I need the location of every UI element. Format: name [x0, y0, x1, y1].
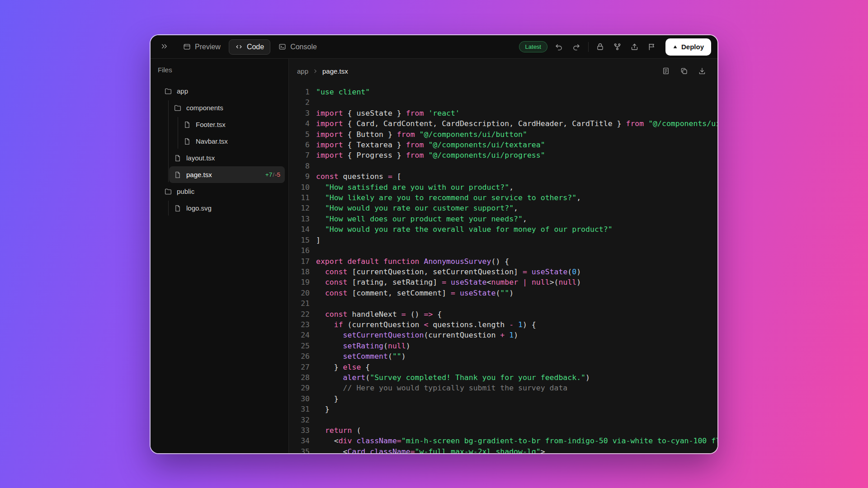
tab-code[interactable]: Code: [229, 39, 270, 55]
code-text: "use client": [314, 87, 370, 97]
code-text: } else {: [314, 362, 370, 372]
code-text: "How well does our product meet your nee…: [314, 214, 527, 224]
deploy-label: Deploy: [681, 43, 704, 51]
download-icon: [698, 67, 706, 75]
code-line: 8: [289, 161, 717, 171]
share-button[interactable]: [627, 40, 642, 54]
line-number: 1: [289, 87, 314, 97]
code-line: 30 }: [289, 394, 717, 404]
code-text: const [rating, setRating] = useState<num…: [314, 277, 581, 287]
line-number: 17: [289, 256, 314, 267]
code-line: 6import { Textarea } from "@/components/…: [289, 140, 717, 150]
code-text: }: [314, 394, 339, 404]
code-line: 17export default function AnonymousSurve…: [289, 256, 717, 267]
triangle-up-icon: [673, 44, 678, 49]
code-line: 4import { Card, CardContent, CardDescrip…: [289, 118, 717, 129]
line-number: 27: [289, 362, 314, 372]
diff-stats: +7/-5: [265, 171, 280, 178]
code-text: }: [314, 404, 330, 414]
code-line: 27 } else {: [289, 362, 717, 372]
code-editor[interactable]: 1"use client"23import { useState } from …: [289, 83, 717, 453]
collapse-panel-button[interactable]: [157, 40, 171, 54]
tree-item-app[interactable]: app: [160, 83, 285, 99]
file-icon: [174, 204, 182, 212]
indent-guide: [168, 201, 169, 216]
code-line: 12 "How would you rate our customer supp…: [289, 203, 717, 213]
files-sidebar: Files appcomponentsFooter.tsxNavbar.tsxl…: [151, 59, 289, 453]
file-icon: [183, 121, 191, 129]
line-number: 19: [289, 277, 314, 287]
code-line: 7import { Progress } from "@/components/…: [289, 150, 717, 160]
deploy-button[interactable]: Deploy: [665, 38, 711, 56]
code-text: "How would you rate the overall value fo…: [314, 224, 613, 235]
line-number: 20: [289, 288, 314, 298]
download-button[interactable]: [695, 64, 709, 78]
line-number: 16: [289, 245, 314, 256]
code-text: import { Textarea } from "@/components/u…: [314, 140, 545, 150]
tree-item-components[interactable]: components: [169, 99, 285, 116]
file-tree: appcomponentsFooter.tsxNavbar.tsxlayout.…: [156, 83, 285, 216]
document-button[interactable]: [659, 64, 673, 78]
code-line: 23 if (currentQuestion < questions.lengt…: [289, 319, 717, 330]
code-line: 35 <Card className="w-full max-w-2xl sha…: [289, 446, 717, 453]
tree-item-layout-tsx[interactable]: layout.tsx: [169, 150, 285, 166]
code-text: return (: [314, 425, 361, 436]
code-text: import { Progress } from "@/components/u…: [314, 150, 545, 160]
desktop-background: PreviewCodeConsole Latest Deploy Files: [0, 0, 868, 488]
code-line: 13 "How well does our product meet your …: [289, 214, 717, 224]
tree-item-navbar-tsx[interactable]: Navbar.tsx: [179, 133, 285, 150]
version-badge[interactable]: Latest: [519, 41, 547, 52]
tree-item-page-tsx[interactable]: page.tsx+7/-5: [169, 166, 285, 183]
code-text: [314, 97, 316, 108]
breadcrumb-folder[interactable]: app: [297, 67, 308, 75]
line-number: 15: [289, 235, 314, 245]
code-icon: [235, 43, 243, 51]
tree-item-label: public: [177, 188, 194, 195]
redo-button[interactable]: [569, 40, 584, 54]
tree-item-label: app: [177, 87, 188, 95]
code-text: setRating(null): [314, 341, 410, 351]
code-text: import { useState } from 'react': [314, 108, 460, 118]
toolbar-divider: [588, 42, 589, 52]
line-number: 8: [289, 161, 314, 171]
code-text: ]: [314, 235, 321, 245]
code-text: [314, 161, 316, 171]
file-icon: [174, 171, 182, 179]
tree-item-logo-svg[interactable]: logo.svg: [169, 200, 285, 216]
tab-preview[interactable]: Preview: [177, 39, 227, 55]
window-body: Files appcomponentsFooter.tsxNavbar.tsxl…: [151, 59, 717, 453]
view-tabs: PreviewCodeConsole: [177, 39, 323, 55]
line-number: 7: [289, 150, 314, 160]
code-text: <Card className="w-full max-w-2xl shadow…: [314, 446, 545, 453]
line-number: 18: [289, 267, 314, 277]
code-text: if (currentQuestion < questions.length -…: [314, 319, 536, 330]
line-number: 14: [289, 224, 314, 235]
code-line: 2: [289, 97, 717, 108]
code-line: 26 setComment(""): [289, 351, 717, 361]
git-fork-button[interactable]: [610, 40, 625, 54]
files-panel-title: Files: [158, 66, 285, 74]
line-number: 28: [289, 372, 314, 383]
toolbar: PreviewCodeConsole Latest Deploy: [151, 35, 717, 59]
code-line: 5import { Button } from "@/components/ui…: [289, 129, 717, 140]
chevrons-right-icon: [160, 42, 169, 52]
code-line: 25 setRating(null): [289, 341, 717, 351]
code-line: 9const questions = [: [289, 171, 717, 182]
code-line: 14 "How would you rate the overall value…: [289, 224, 717, 235]
code-text: const handleNext = () => {: [314, 309, 442, 319]
copy-button[interactable]: [677, 64, 691, 78]
file-action-buttons: [659, 64, 709, 78]
code-line: 3import { useState } from 'react': [289, 108, 717, 118]
tab-console[interactable]: Console: [272, 39, 323, 55]
flag-button[interactable]: [645, 40, 659, 54]
tree-item-label: Navbar.tsx: [196, 137, 228, 145]
code-line: 10 "How satisfied are you with our produ…: [289, 182, 717, 192]
tree-item-footer-tsx[interactable]: Footer.tsx: [179, 116, 285, 133]
toolbar-actions: [593, 40, 659, 54]
tree-item-public[interactable]: public: [160, 183, 285, 200]
undo-button[interactable]: [552, 40, 566, 54]
line-number: 29: [289, 383, 314, 393]
code-text: const questions = [: [314, 171, 401, 182]
lock-button[interactable]: [593, 40, 608, 54]
tree-item-label: logo.svg: [186, 204, 212, 212]
